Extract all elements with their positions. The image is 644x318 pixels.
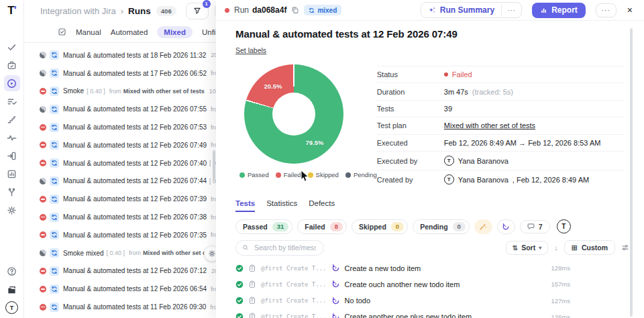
test-title: Create a new todo item (345, 264, 421, 272)
tests-search-field[interactable] (235, 240, 324, 256)
value-text: Feb 12, 2026 8:49 AM → Feb 12, 2026 8:53… (444, 139, 601, 147)
run-label: Run (234, 5, 249, 15)
set-labels-link[interactable]: Set labels (235, 46, 266, 54)
legend-dot (239, 172, 245, 178)
sidebar-pulse-icon[interactable] (4, 129, 20, 146)
run-title: Manual & automated tests at 12 Feb 2026 … (63, 213, 207, 221)
chip-count: 0 (453, 222, 466, 231)
sort-direction-icon[interactable]: ↓ (554, 244, 558, 252)
sidebar-reports-icon[interactable] (4, 166, 20, 182)
sidebar-branches-icon[interactable] (4, 184, 20, 200)
sidebar-projects-icon[interactable] (4, 57, 20, 73)
assignee-avatar[interactable]: T (557, 219, 571, 233)
comment-icon (527, 223, 535, 230)
run-summary-button[interactable]: Run Summary (421, 3, 501, 17)
sync-icon (51, 106, 58, 113)
report-label: Report (551, 5, 578, 15)
filter-chip-failed[interactable]: Failed8 (297, 219, 347, 234)
view-options-icon[interactable] (621, 244, 629, 252)
breadcrumb-parent[interactable]: Integration with Jira (40, 6, 116, 16)
sidebar-settings-icon[interactable] (4, 202, 20, 218)
sidebar-runs-icon[interactable] (4, 75, 20, 91)
test-result-row[interactable]: @first Create T...Create a new todo item… (235, 260, 632, 276)
sidebar-steps-icon[interactable] (4, 111, 20, 127)
help-icon[interactable] (5, 264, 19, 278)
test-suite-path: @first Create T... (261, 265, 327, 272)
sidebar-import-icon[interactable] (4, 148, 20, 164)
test-result-row[interactable]: @first Create T...No todo127ms (235, 293, 632, 309)
sync-icon (51, 196, 58, 203)
sidebar-checks-icon[interactable] (4, 39, 20, 55)
person-avatar: T (444, 174, 454, 184)
panel-tab-tests[interactable]: Tests (235, 199, 255, 212)
logo-mark: ' (14, 4, 16, 17)
mixed-type-badge: mixed (304, 5, 341, 15)
detail-label: Created by (377, 176, 444, 184)
sync-icon (51, 142, 58, 148)
legend-item-pending[interactable]: Pending (345, 171, 377, 178)
magic-wand-chip[interactable] (474, 219, 492, 234)
filter-count-badge: 1 (203, 0, 211, 8)
more-actions-icon[interactable]: ··· (596, 3, 616, 17)
mixed-run-icon (50, 195, 59, 204)
legend-item-failed[interactable]: Failed (276, 171, 301, 178)
panel-tab-defects[interactable]: Defects (309, 199, 335, 212)
detail-row: Test planMixed with other set of tests (377, 117, 624, 134)
app-logo[interactable]: T' (7, 4, 15, 17)
passed-check-icon (235, 313, 244, 318)
legend-item-passed[interactable]: Passed (239, 171, 269, 178)
test-result-row[interactable]: @first Create T...Create ouch another ne… (235, 276, 632, 293)
run-status-icon (40, 268, 46, 274)
detail-value: 39 (444, 105, 452, 113)
filter-chip-pending[interactable]: Pending0 (413, 219, 470, 234)
runs-scrollbar[interactable] (213, 150, 215, 181)
user-avatar[interactable]: T (5, 301, 18, 314)
detail-value: TYana Baranova (444, 156, 508, 166)
detail-row: Created byTYana Baranova, Feb 12, 2026 8… (377, 170, 624, 189)
run-status-icon (40, 52, 46, 58)
bar-chart-icon (540, 7, 547, 14)
tests-search-input[interactable] (253, 243, 317, 252)
sidebar-plans-icon[interactable] (4, 93, 20, 109)
automated-filter-chip[interactable] (497, 219, 515, 234)
run-title: Manual & automated tests at 12 Feb 2026 … (63, 142, 207, 149)
clipboard-icon (248, 280, 256, 288)
legend-item-skipped[interactable]: Skipped (308, 171, 339, 178)
detail-value: Failed (444, 70, 472, 78)
select-all-icon[interactable] (58, 28, 66, 36)
custom-label: Custom (582, 244, 608, 252)
run-duration-tag: [ 0.40 ] (87, 88, 105, 95)
run-summary-more-icon[interactable]: ··· (501, 4, 521, 17)
mixed-run-icon (50, 50, 59, 60)
legend-label: Failed (284, 171, 301, 178)
clipboard-icon (248, 264, 256, 272)
sync-icon (51, 70, 58, 76)
run-from-label: from (109, 88, 121, 95)
comments-chip[interactable]: 7 (520, 220, 550, 233)
sort-label: Sort (521, 244, 535, 252)
custom-columns-button[interactable]: ⊞ Custom (564, 240, 615, 255)
test-result-row[interactable]: @first Create T...Create another one plu… (235, 309, 632, 318)
test-duration: 126ms (551, 313, 570, 318)
close-icon[interactable]: × (625, 5, 635, 15)
person-name: Yana Baranova (458, 176, 508, 184)
chip-label: Skipped (359, 223, 386, 231)
passed-check-icon (235, 313, 244, 318)
filter-chip-skipped[interactable]: Skipped0 (352, 219, 408, 234)
run-id: da068a4f (252, 5, 286, 15)
filter-button[interactable]: 1 (186, 3, 209, 19)
panel-scrollbar[interactable] (630, 28, 633, 317)
tab-mixed[interactable]: Mixed (157, 26, 193, 38)
clipboard-icon (248, 297, 256, 305)
sort-button[interactable]: ⇅ Sort ▾ (506, 241, 548, 255)
docs-icon[interactable] (5, 282, 19, 297)
status-filter-chips: Passed31Failed8Skipped0Pending0 7 T (235, 219, 632, 234)
test-plan-link[interactable]: Mixed with other set of tests (444, 121, 535, 129)
filter-chip-passed[interactable]: Passed31 (235, 219, 292, 234)
sync-icon (51, 286, 58, 293)
report-button[interactable]: Report (532, 3, 586, 18)
copy-icon[interactable] (291, 6, 299, 14)
panel-tab-statistics[interactable]: Statistics (266, 199, 297, 212)
tab-manual[interactable]: Manual (76, 28, 101, 36)
tab-automated[interactable]: Automated (111, 28, 148, 36)
